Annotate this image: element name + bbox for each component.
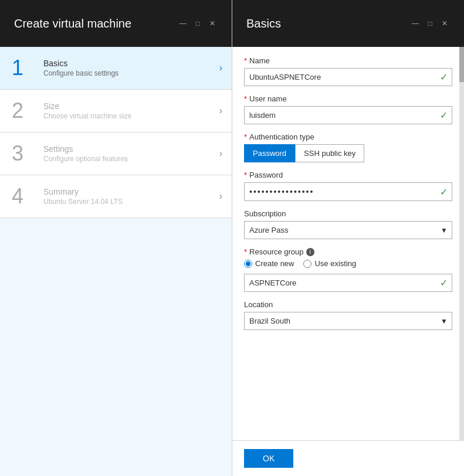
subscription-label: Subscription — [244, 209, 452, 218]
left-header: Create virtual machine — □ ✕ — [0, 0, 232, 47]
right-title: Basics — [246, 17, 281, 30]
resource-group-info-icon[interactable]: i — [306, 248, 314, 256]
step-3-text: Settings Configure optional features — [43, 144, 219, 163]
resource-required-star: * — [244, 247, 247, 256]
right-panel: Basics — □ ✕ * Name ✓ * User name — [232, 0, 464, 476]
step-4-arrow: › — [219, 191, 222, 202]
ok-button[interactable]: OK — [244, 449, 293, 468]
step-2-text: Size Choose virtual machine size — [43, 101, 219, 120]
scrollbar-thumb[interactable] — [459, 47, 464, 82]
password-field-group: * Password ✓ — [244, 171, 452, 201]
use-existing-label[interactable]: Use existing — [303, 259, 356, 268]
create-new-radio[interactable] — [244, 260, 252, 268]
username-label: * User name — [244, 94, 452, 103]
name-field-group: * Name ✓ — [244, 56, 452, 86]
step-1-sublabel: Configure basic settings — [43, 69, 219, 77]
step-3[interactable]: 3 Settings Configure optional features › — [0, 132, 232, 175]
maximize-button-right[interactable]: □ — [426, 18, 435, 29]
password-check-icon: ✓ — [440, 186, 448, 198]
subscription-field-group: Subscription Azure Pass ▼ — [244, 209, 452, 239]
subscription-dropdown-wrap: Azure Pass ▼ — [244, 221, 452, 239]
step-3-sublabel: Configure optional features — [43, 155, 219, 163]
location-field-group: Location Brazil South ▼ — [244, 300, 452, 330]
subscription-select[interactable]: Azure Pass — [244, 221, 452, 239]
step-2[interactable]: 2 Size Choose virtual machine size › — [0, 90, 232, 132]
resource-group-input-wrap: ✓ — [244, 274, 452, 292]
step-2-sublabel: Choose virtual machine size — [43, 112, 219, 120]
name-label: * Name — [244, 56, 452, 65]
step-4-text: Summary Ubuntu Server 14.04 LTS — [43, 187, 219, 206]
auth-password-button[interactable]: Password — [244, 144, 295, 162]
name-required-star: * — [244, 56, 247, 65]
left-panel: Create virtual machine — □ ✕ 1 Basics Co… — [0, 0, 232, 476]
username-input[interactable] — [244, 106, 452, 124]
password-input-wrap: ✓ — [244, 182, 452, 201]
auth-ssh-button[interactable]: SSH public key — [295, 144, 364, 162]
step-3-label: Settings — [43, 144, 219, 154]
step-1-number: 1 — [12, 57, 38, 79]
auth-required-star: * — [244, 132, 247, 141]
step-3-arrow: › — [219, 148, 222, 159]
step-1-text: Basics Configure basic settings — [43, 59, 219, 77]
step-4-number: 4 — [12, 186, 38, 207]
create-new-label[interactable]: Create new — [244, 259, 294, 268]
use-existing-radio[interactable] — [303, 260, 311, 268]
form-content: * Name ✓ * User name ✓ * Authenticatio — [232, 47, 464, 440]
minimize-button-left[interactable]: — — [177, 18, 189, 29]
step-3-number: 3 — [12, 143, 38, 164]
auth-type-buttons: Password SSH public key — [244, 144, 452, 162]
username-check-icon: ✓ — [440, 110, 448, 121]
resource-group-input[interactable] — [244, 274, 452, 292]
location-select[interactable]: Brazil South — [244, 312, 452, 330]
step-4-label: Summary — [43, 187, 219, 196]
step-2-arrow: › — [219, 106, 222, 116]
password-input[interactable] — [244, 182, 452, 201]
resource-group-field-group: * Resource group i Create new Use existi… — [244, 247, 452, 292]
step-4[interactable]: 4 Summary Ubuntu Server 14.04 LTS › — [0, 175, 232, 218]
step-1[interactable]: 1 Basics Configure basic settings › — [0, 47, 232, 90]
auth-type-field-group: * Authentication type Password SSH publi… — [244, 132, 452, 162]
step-1-arrow: › — [219, 63, 222, 73]
username-required-star: * — [244, 94, 247, 103]
name-check-icon: ✓ — [440, 72, 448, 83]
auth-type-label: * Authentication type — [244, 132, 452, 141]
minimize-button-right[interactable]: — — [409, 18, 421, 29]
password-label: * Password — [244, 171, 452, 179]
use-existing-text: Use existing — [314, 259, 356, 268]
username-field-group: * User name ✓ — [244, 94, 452, 124]
step-4-sublabel: Ubuntu Server 14.04 LTS — [43, 198, 219, 206]
name-input-wrap: ✓ — [244, 68, 452, 86]
resource-group-radio-group: Create new Use existing — [244, 259, 452, 268]
maximize-button-left[interactable]: □ — [194, 18, 202, 29]
left-title: Create virtual machine — [14, 17, 131, 30]
location-label: Location — [244, 300, 452, 309]
step-1-label: Basics — [43, 59, 219, 68]
step-2-number: 2 — [12, 100, 38, 121]
create-new-text: Create new — [255, 259, 294, 268]
resource-group-label: * Resource group i — [244, 247, 452, 256]
resource-group-check-icon: ✓ — [440, 277, 448, 288]
steps-list: 1 Basics Configure basic settings › 2 Si… — [0, 47, 232, 476]
password-required-star: * — [244, 171, 247, 179]
close-button-left[interactable]: ✕ — [207, 18, 218, 29]
name-input[interactable] — [244, 68, 452, 86]
username-input-wrap: ✓ — [244, 106, 452, 124]
bottom-bar: OK — [232, 440, 464, 476]
scrollbar-track[interactable] — [459, 47, 464, 440]
close-button-right[interactable]: ✕ — [439, 18, 450, 29]
location-dropdown-wrap: Brazil South ▼ — [244, 312, 452, 330]
step-2-label: Size — [43, 101, 219, 111]
right-header: Basics — □ ✕ — [232, 0, 464, 47]
